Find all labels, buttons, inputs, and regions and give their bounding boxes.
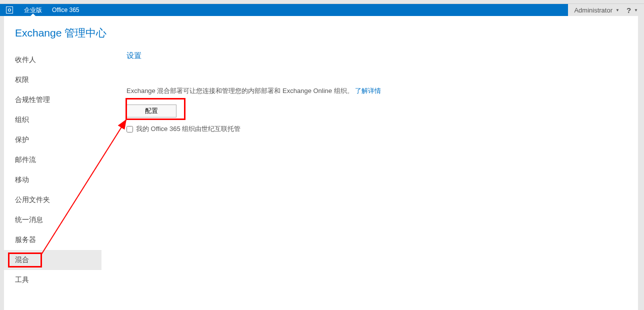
hybrid-description: Exchange 混合部署可让您连接和管理您的内部部署和 Exchange On…: [126, 86, 628, 96]
caret-down-icon[interactable]: ▼: [634, 8, 638, 12]
sidebar-item-servers[interactable]: 服务器: [4, 230, 102, 250]
sidebar-item-compliance[interactable]: 合规性管理: [4, 90, 102, 110]
sidebar-item-permissions[interactable]: 权限: [4, 70, 102, 90]
sidebar-item-organization[interactable]: 组织: [4, 110, 102, 130]
content-wrapper: Exchange 管理中心 收件人 权限 合规性管理 组织 保护 邮件流 移动 …: [0, 16, 644, 310]
sidebar-item-tools[interactable]: 工具: [4, 270, 102, 290]
sidebar-item-unified-messaging[interactable]: 统一消息: [4, 210, 102, 230]
sidebar-nav: 收件人 权限 合规性管理 组织 保护 邮件流 移动 公用文件夹 统一消息 服务器…: [4, 45, 102, 310]
gallatin-checkbox[interactable]: [126, 126, 133, 132]
right-gutter: [638, 16, 644, 310]
page-title: Exchange 管理中心: [4, 16, 638, 45]
sidebar-item-public-folders[interactable]: 公用文件夹: [4, 190, 102, 210]
sidebar-item-mobile[interactable]: 移动: [4, 170, 102, 190]
user-menu[interactable]: Administrator: [574, 6, 612, 14]
sidebar-item-mailflow[interactable]: 邮件流: [4, 150, 102, 170]
body-area: 收件人 权限 合规性管理 组织 保护 邮件流 移动 公用文件夹 统一消息 服务器…: [4, 45, 638, 310]
gallatin-checkbox-row: 我的 Office 365 组织由世纪互联托管: [126, 124, 628, 134]
description-text: Exchange 混合部署可让您连接和管理您的内部部署和 Exchange On…: [126, 87, 354, 94]
content-panel: 设置 Exchange 混合部署可让您连接和管理您的内部部署和 Exchange…: [102, 45, 638, 310]
gallatin-checkbox-label: 我的 Office 365 组织由世纪互联托管: [136, 124, 240, 134]
left-gutter: [0, 16, 4, 310]
top-nav-bar: O 企业版 Office 365 Administrator ▼ ? ▼: [0, 4, 644, 16]
section-title: 设置: [126, 51, 628, 60]
window-chrome-strip: [0, 0, 644, 4]
topbar-user-area: Administrator ▼ ? ▼: [568, 4, 644, 16]
sidebar-item-protection[interactable]: 保护: [4, 130, 102, 150]
caret-down-icon[interactable]: ▼: [616, 8, 620, 12]
configure-button[interactable]: 配置: [126, 104, 176, 118]
sidebar-item-hybrid[interactable]: 混合: [4, 250, 102, 270]
sidebar-item-recipients[interactable]: 收件人: [4, 50, 102, 70]
topbar-tab-office365[interactable]: Office 365: [47, 4, 84, 16]
topbar-tab-enterprise[interactable]: 企业版: [19, 4, 47, 16]
office-logo-icon: O: [6, 6, 13, 14]
learn-more-link[interactable]: 了解详情: [355, 87, 381, 94]
help-icon[interactable]: ?: [626, 6, 631, 14]
main-area: Exchange 管理中心 收件人 权限 合规性管理 组织 保护 邮件流 移动 …: [4, 16, 638, 310]
